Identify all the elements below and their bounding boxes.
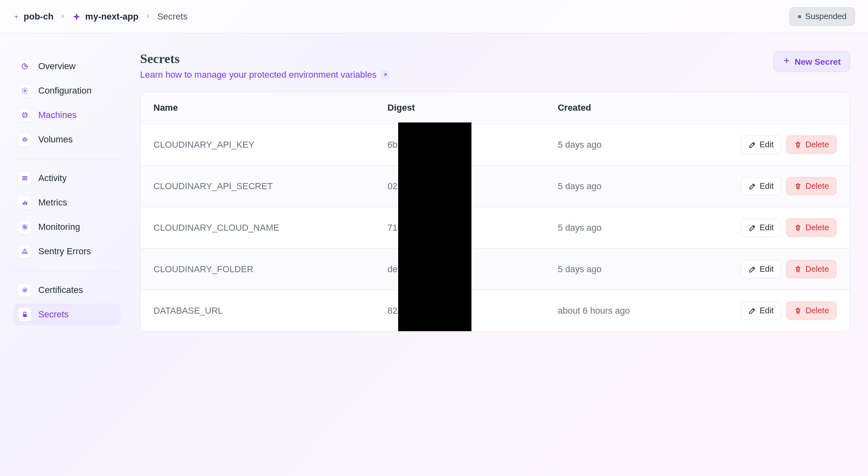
redacted-overlay — [398, 122, 471, 332]
delete-label: Delete — [805, 223, 829, 232]
sidebar-item-volumes[interactable]: Volumes — [13, 129, 121, 151]
sidebar: OverviewConfigurationMachinesVolumesActi… — [0, 33, 130, 476]
breadcrumb-app[interactable]: my-next-app — [72, 11, 138, 22]
plus-icon — [783, 57, 791, 67]
secret-created: about 6 hours ago — [545, 290, 701, 332]
topbar: pob-ch my-next-app Secrets Suspended — [0, 0, 868, 33]
secret-created: 5 days ago — [545, 207, 701, 249]
delete-label: Delete — [805, 181, 829, 191]
sidebar-item-activity[interactable]: Activity — [13, 167, 121, 189]
column-header-created: Created — [545, 92, 701, 124]
secret-created: 5 days ago — [545, 124, 701, 166]
status-label: Suspended — [805, 12, 846, 21]
table-row: CLOUDINARY_CLOUD_NAME71585 days agoEditD… — [140, 207, 850, 249]
delete-button[interactable]: Delete — [786, 177, 837, 195]
table-row: CLOUDINARY_FOLDERde975 days agoEditDelet… — [140, 249, 850, 290]
table-row: DATABASE_URL82a4about 6 hours agoEditDel… — [140, 290, 850, 332]
sidebar-item-overview[interactable]: Overview — [13, 55, 121, 77]
sentry-icon — [18, 245, 32, 258]
sidebar-item-machines[interactable]: Machines — [13, 104, 121, 126]
sidebar-item-label: Sentry Errors — [38, 246, 91, 257]
status-badge: Suspended — [789, 7, 855, 26]
cpu-icon — [18, 108, 32, 122]
sidebar-item-monitoring[interactable]: Monitoring — [13, 216, 121, 238]
secret-name: CLOUDINARY_API_SECRET — [140, 166, 375, 207]
edit-label: Edit — [760, 264, 774, 274]
edit-label: Edit — [760, 140, 774, 149]
breadcrumb-page-label: Secrets — [157, 11, 188, 22]
secret-name: CLOUDINARY_FOLDER — [140, 249, 375, 290]
breadcrumbs: pob-ch my-next-app Secrets — [13, 11, 188, 22]
stack-icon — [18, 171, 32, 185]
sidebar-item-label: Monitoring — [38, 222, 80, 232]
edit-button[interactable]: Edit — [741, 301, 781, 320]
sidebar-item-label: Volumes — [38, 134, 72, 145]
page-header: Secrets Learn how to manage your protect… — [140, 51, 850, 80]
delete-button[interactable]: Delete — [786, 301, 837, 320]
check-icon — [18, 283, 32, 297]
sidebar-item-label: Secrets — [38, 309, 69, 320]
secret-name: CLOUDINARY_API_KEY — [140, 124, 375, 166]
delete-label: Delete — [805, 264, 829, 274]
svg-point-3 — [16, 14, 17, 15]
edit-label: Edit — [760, 223, 774, 232]
secret-created: 5 days ago — [545, 249, 701, 290]
sidebar-item-label: Configuration — [38, 85, 92, 96]
new-secret-button[interactable]: New Secret — [773, 51, 850, 72]
bars-icon — [18, 196, 32, 210]
svg-point-0 — [15, 16, 17, 17]
sidebar-item-label: Overview — [38, 61, 76, 72]
main-content: Secrets Learn how to manage your protect… — [130, 33, 868, 476]
edit-button[interactable]: Edit — [741, 177, 781, 195]
secrets-table: Name Digest Created CLOUDINARY_API_KEY6b… — [140, 92, 850, 332]
pulse-icon — [18, 220, 32, 234]
breadcrumb-org-label: pob-ch — [24, 11, 53, 22]
table-row: CLOUDINARY_API_SECRET02155 days agoEditD… — [140, 166, 850, 207]
secret-name: CLOUDINARY_CLOUD_NAME — [140, 207, 375, 249]
svg-point-4 — [16, 18, 17, 19]
svg-point-2 — [18, 16, 19, 17]
svg-point-1 — [14, 16, 15, 17]
sidebar-item-metrics[interactable]: Metrics — [13, 192, 121, 214]
edit-label: Edit — [760, 181, 774, 191]
pie-icon — [18, 59, 32, 73]
column-header-name: Name — [140, 92, 375, 124]
box-icon — [18, 133, 32, 146]
sidebar-item-secrets[interactable]: Secrets — [13, 304, 121, 325]
edit-button[interactable]: Edit — [741, 260, 781, 278]
status-dot-icon — [798, 15, 801, 18]
org-icon — [13, 13, 20, 20]
secret-created: 5 days ago — [545, 166, 701, 207]
page-title: Secrets — [140, 51, 390, 66]
external-link-icon — [381, 70, 390, 79]
docs-link[interactable]: Learn how to manage your protected envir… — [140, 70, 390, 80]
sidebar-item-configuration[interactable]: Configuration — [13, 80, 121, 102]
chevron-right-icon — [145, 12, 151, 21]
breadcrumb-current: Secrets — [157, 11, 188, 22]
docs-link-label: Learn how to manage your protected envir… — [140, 70, 377, 80]
delete-button[interactable]: Delete — [786, 218, 837, 237]
breadcrumb-org[interactable]: pob-ch — [13, 11, 53, 22]
lock-icon — [18, 308, 32, 321]
delete-button[interactable]: Delete — [786, 260, 837, 278]
secret-name: DATABASE_URL — [140, 290, 375, 332]
delete-button[interactable]: Delete — [786, 135, 837, 154]
edit-button[interactable]: Edit — [741, 218, 781, 237]
edit-button[interactable]: Edit — [741, 135, 781, 154]
column-header-actions — [701, 92, 850, 124]
sidebar-item-label: Machines — [38, 110, 77, 120]
sparkle-icon — [72, 12, 81, 21]
sidebar-item-label: Certificates — [38, 285, 83, 295]
column-header-digest: Digest — [375, 92, 545, 124]
breadcrumb-app-label: my-next-app — [85, 11, 138, 22]
delete-label: Delete — [805, 306, 829, 315]
delete-label: Delete — [805, 140, 829, 149]
sidebar-item-sentry-errors[interactable]: Sentry Errors — [13, 240, 121, 262]
sidebar-item-label: Activity — [38, 173, 67, 183]
gear-icon — [18, 84, 32, 98]
sidebar-item-label: Metrics — [38, 197, 67, 208]
new-secret-label: New Secret — [795, 57, 841, 67]
edit-label: Edit — [760, 306, 774, 315]
sidebar-item-certificates[interactable]: Certificates — [13, 279, 121, 301]
table-row: CLOUDINARY_API_KEY6b215 days agoEditDele… — [140, 124, 850, 166]
